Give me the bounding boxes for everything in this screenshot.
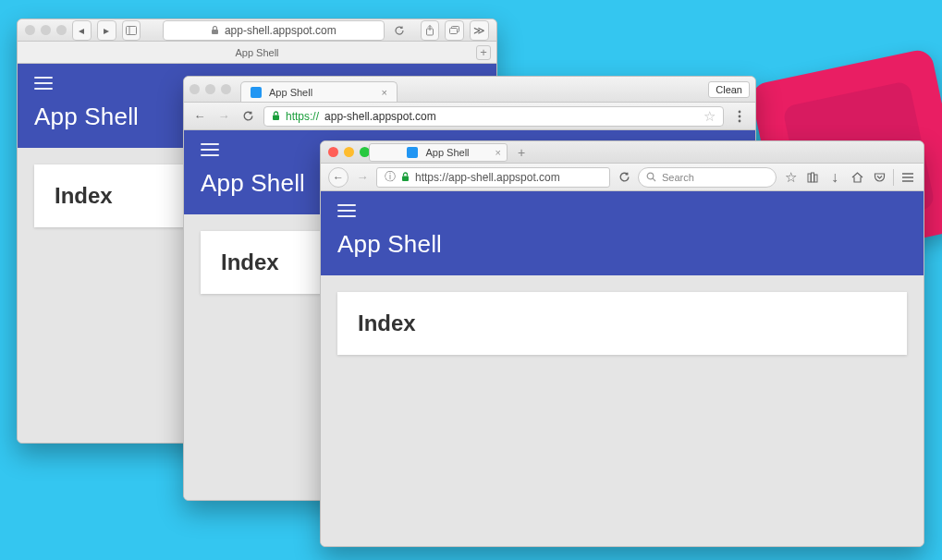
- firefox-address-bar[interactable]: ⓘ https://app-shell.appspot.com: [376, 167, 610, 188]
- content-card: Index: [337, 292, 907, 355]
- hamburger-icon[interactable]: [337, 204, 356, 217]
- chrome-address-bar[interactable]: https://app-shell.appspot.com ☆: [263, 106, 724, 127]
- bookmark-star-icon[interactable]: ☆: [782, 169, 799, 186]
- svg-rect-2: [212, 30, 218, 34]
- svg-rect-5: [449, 28, 457, 33]
- sidebar-button[interactable]: [122, 20, 141, 41]
- firefox-search-box[interactable]: Search: [638, 167, 777, 188]
- reload-button[interactable]: [616, 169, 632, 186]
- back-button[interactable]: ←: [191, 108, 208, 125]
- chrome-tabstrip: App Shell × Clean: [184, 77, 755, 103]
- search-placeholder: Search: [662, 172, 694, 183]
- firefox-menu-icon[interactable]: [899, 169, 916, 186]
- back-button[interactable]: ◂: [72, 20, 92, 41]
- minimize-dot[interactable]: [205, 84, 215, 94]
- close-dot[interactable]: [328, 147, 338, 157]
- svg-rect-6: [273, 116, 279, 121]
- svg-point-11: [647, 173, 654, 179]
- hamburger-icon[interactable]: [34, 77, 53, 90]
- firefox-url-text: https://app-shell.appspot.com: [415, 171, 560, 184]
- minimize-dot[interactable]: [344, 147, 354, 157]
- overflow-button[interactable]: ≫: [470, 20, 489, 41]
- firefox-tab[interactable]: App Shell ×: [369, 143, 508, 162]
- hamburger-icon[interactable]: [201, 143, 219, 156]
- svg-rect-13: [808, 174, 811, 182]
- firefox-toolbar: ← → ⓘ https://app-shell.appspot.com Sear…: [321, 164, 924, 191]
- safari-url-text: app-shell.appspot.com: [225, 24, 336, 37]
- downloads-icon[interactable]: ↓: [826, 169, 843, 186]
- forward-button[interactable]: ▸: [97, 20, 116, 41]
- chrome-toolbar: ← → https://app-shell.appspot.com ☆: [184, 103, 755, 130]
- window-controls: [25, 25, 67, 35]
- forward-button[interactable]: →: [215, 108, 232, 125]
- tabs-button[interactable]: [445, 20, 464, 41]
- svg-line-12: [653, 178, 655, 181]
- safari-titlebar: ◂ ▸ app-shell.appspot.com ≫: [18, 19, 496, 42]
- app-title: App Shell: [337, 230, 907, 259]
- svg-rect-14: [812, 173, 814, 182]
- new-tab-button[interactable]: +: [476, 45, 491, 60]
- new-tab-button[interactable]: +: [513, 144, 530, 161]
- favicon: [407, 147, 418, 158]
- lock-icon: [272, 111, 280, 121]
- search-icon: [646, 172, 656, 182]
- close-tab-icon[interactable]: ×: [382, 87, 387, 98]
- info-icon[interactable]: ⓘ: [385, 169, 396, 185]
- pocket-icon[interactable]: [871, 169, 887, 186]
- minimize-dot[interactable]: [41, 25, 51, 35]
- url-scheme: https://: [286, 110, 319, 123]
- safari-address-bar[interactable]: app-shell.appspot.com: [163, 20, 385, 41]
- reload-button[interactable]: [239, 108, 256, 125]
- card-heading: Index: [358, 310, 887, 336]
- svg-rect-10: [402, 177, 409, 182]
- bookmark-star-icon[interactable]: ☆: [703, 108, 716, 125]
- library-icon[interactable]: [804, 169, 821, 186]
- window-controls: [190, 84, 231, 94]
- url-rest: app-shell.appspot.com: [324, 110, 436, 123]
- zoom-dot[interactable]: [56, 25, 67, 35]
- share-button[interactable]: [421, 20, 440, 41]
- window-controls: [328, 147, 370, 157]
- forward-button[interactable]: →: [354, 169, 371, 186]
- svg-rect-15: [814, 175, 817, 182]
- chrome-menu-icon[interactable]: [731, 108, 748, 125]
- chrome-tab[interactable]: App Shell ×: [240, 81, 398, 102]
- reload-button[interactable]: [390, 20, 410, 41]
- close-tab-icon[interactable]: ×: [495, 147, 501, 158]
- tab-title: App Shell: [425, 147, 469, 158]
- firefox-window: App Shell × + ← → ⓘ https://app-shell.ap…: [320, 140, 924, 547]
- svg-point-7: [739, 110, 741, 113]
- zoom-dot[interactable]: [221, 84, 231, 94]
- safari-tab-title[interactable]: App Shell: [18, 47, 496, 58]
- lock-icon: [401, 172, 410, 182]
- svg-point-9: [739, 119, 741, 122]
- favicon: [251, 87, 262, 98]
- svg-rect-0: [127, 26, 137, 34]
- clean-button[interactable]: Clean: [708, 81, 750, 98]
- lock-icon: [211, 26, 219, 35]
- safari-tabrow: App Shell +: [18, 42, 496, 64]
- firefox-tabstrip: App Shell × +: [321, 141, 924, 164]
- back-button[interactable]: ←: [328, 167, 349, 188]
- svg-point-8: [739, 115, 741, 117]
- close-dot[interactable]: [190, 84, 200, 94]
- firefox-toolbar-right: ☆ ↓: [782, 169, 916, 186]
- tab-title: App Shell: [269, 87, 312, 98]
- app-header: App Shell: [321, 191, 924, 275]
- close-dot[interactable]: [25, 25, 35, 35]
- app-viewport: App Shell Index: [321, 191, 924, 546]
- home-icon[interactable]: [849, 169, 865, 186]
